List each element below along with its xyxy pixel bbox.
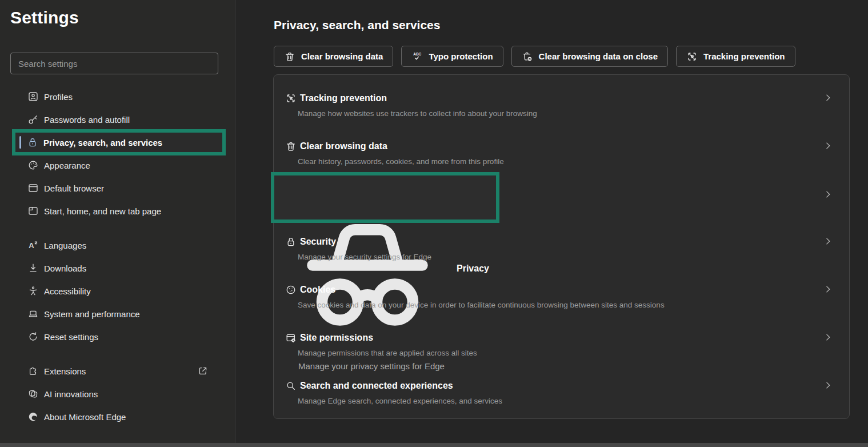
sidebar-item-appearance[interactable]: Appearance: [0, 154, 235, 177]
svg-text:ABC: ABC: [414, 52, 422, 56]
chevron-right-icon: [823, 236, 833, 246]
row-title: Cookies: [300, 285, 335, 295]
puzzle-icon: [27, 365, 39, 377]
settings-row-clear-browsing-data[interactable]: Clear browsing data Clear history, passw…: [285, 141, 833, 166]
key-icon: [27, 114, 39, 125]
chevron-right-icon: [823, 189, 833, 199]
row-description: Save cookies and data on your device in …: [298, 301, 833, 309]
chevron-right-icon: [823, 380, 833, 390]
settings-row-tracking-prevention[interactable]: Tracking prevention Manage how websites …: [285, 93, 833, 118]
sidebar-item-accessibility[interactable]: Accessibility: [0, 280, 235, 302]
profile-card-icon: [27, 91, 39, 102]
sidebar-nav: Profiles Passwords and autofill Privacy,…: [0, 85, 235, 428]
nav-group-divider: [0, 222, 235, 234]
sidebar-item-label: AI innovations: [44, 389, 98, 399]
button-label: Tracking prevention: [703, 51, 785, 61]
settings-row-cookies[interactable]: Cookies Save cookies and data on your de…: [285, 284, 833, 309]
chevron-right-icon: [823, 284, 833, 294]
row-description: Manage your security settings for Edge: [298, 253, 833, 261]
sidebar-item-label: Profiles: [44, 92, 73, 102]
row-description: Manage permissions that are applied acro…: [298, 349, 833, 357]
page-title: Settings: [10, 8, 79, 27]
edge-logo-icon: [27, 411, 39, 422]
chevron-right-icon: [823, 332, 833, 342]
sidebar-item-default-browser[interactable]: Default browser: [0, 177, 235, 199]
sidebar-item-profiles[interactable]: Profiles: [0, 85, 235, 108]
sidebar-item-privacy-search-services[interactable]: Privacy, search, and services: [15, 133, 222, 152]
sidebar-item-extensions[interactable]: Extensions: [0, 360, 235, 382]
settings-row-search-and-connected-experiences[interactable]: Search and connected experiences Manage …: [285, 380, 833, 405]
settings-row-site-permissions[interactable]: Site permissions Manage permissions that…: [285, 332, 833, 357]
sidebar-item-about-microsoft-edge[interactable]: About Microsoft Edge: [0, 405, 235, 428]
tracking-prevention-icon: [285, 93, 297, 104]
row-title: Tracking prevention: [300, 93, 387, 103]
abc-check-icon: ABC: [411, 51, 423, 62]
sidebar-item-passwords-and-autofill[interactable]: Passwords and autofill: [0, 108, 235, 131]
lock-icon: [285, 236, 297, 248]
nav-group-divider: [0, 348, 235, 360]
palette-icon: [27, 159, 39, 171]
row-title: Privacy: [457, 264, 489, 274]
accessibility-icon: [27, 285, 39, 297]
sidebar-item-label: Start, home, and new tab page: [44, 206, 161, 216]
sidebar-item-label: Privacy, search, and services: [43, 138, 162, 147]
incognito-icon: [282, 183, 453, 354]
sidebar-item-label: About Microsoft Edge: [44, 412, 126, 422]
settings-card: Tracking prevention Manage how websites …: [273, 74, 850, 419]
sidebar-item-ai-innovations[interactable]: AI innovations: [0, 382, 235, 405]
trash-close-icon: [522, 51, 533, 62]
sidebar-item-label: Languages: [44, 241, 86, 250]
edge-settings-window: Settings Profiles Passwords and autofill: [0, 0, 868, 447]
button-label: Typo protection: [429, 51, 493, 61]
sidebar-item-label: Accessibility: [44, 286, 91, 296]
sidebar-item-label: System and performance: [44, 309, 140, 319]
row-title: Clear browsing data: [300, 141, 387, 151]
row-description: Manage Edge search, connected experience…: [298, 397, 833, 405]
row-title: Site permissions: [300, 333, 373, 343]
sidebar-item-reset-settings[interactable]: Reset settings: [0, 325, 235, 348]
reset-icon: [27, 331, 39, 342]
highlight-annotation-sidebar: Privacy, search, and services: [12, 129, 226, 155]
external-link-icon: [197, 365, 209, 377]
ai-icon: [27, 388, 39, 400]
section-title: Privacy, search, and services: [274, 18, 440, 32]
row-title: Security: [300, 237, 336, 247]
sidebar: Settings Profiles Passwords and autofill: [0, 0, 235, 447]
row-description: Manage your privacy settings for Edge: [298, 361, 496, 371]
sidebar-item-label: Appearance: [44, 161, 90, 170]
download-icon: [27, 262, 39, 274]
sidebar-item-languages[interactable]: A Languages: [0, 234, 235, 257]
selected-indicator: [19, 136, 21, 149]
translate-icon: A: [27, 240, 39, 251]
sidebar-item-downloads[interactable]: Downloads: [0, 257, 235, 280]
sidebar-item-label: Downloads: [44, 264, 86, 273]
search-settings-input[interactable]: [10, 53, 218, 74]
search-icon: [285, 380, 297, 392]
sidebar-item-start-home-new-tab[interactable]: Start, home, and new tab page: [0, 199, 235, 222]
typo-protection-button[interactable]: ABC Typo protection: [401, 46, 503, 67]
trash-icon: [284, 51, 295, 62]
site-permissions-icon: [285, 332, 297, 344]
button-label: Clear browsing data: [301, 51, 383, 61]
new-tab-icon: [27, 205, 39, 217]
sidebar-item-system-and-performance[interactable]: System and performance: [0, 302, 235, 325]
trash-icon: [285, 141, 297, 152]
cookie-icon: [285, 284, 297, 296]
button-label: Clear browsing data on close: [539, 51, 658, 61]
tracking-prevention-button[interactable]: Tracking prevention: [676, 46, 795, 67]
laptop-icon: [27, 308, 39, 320]
quick-actions-bar: Clear browsing data ABC Typo protection …: [274, 46, 795, 67]
chevron-right-icon: [823, 93, 833, 103]
highlight-annotation-privacy: Privacy Manage your privacy settings for…: [271, 172, 499, 223]
browser-window-icon: [27, 182, 39, 194]
sidebar-item-label: Default browser: [44, 183, 104, 193]
clear-browsing-data-button[interactable]: Clear browsing data: [274, 46, 393, 67]
row-title: Search and connected experiences: [300, 381, 453, 391]
clear-browsing-data-on-close-button[interactable]: Clear browsing data on close: [511, 46, 668, 67]
sidebar-item-label: Reset settings: [44, 332, 98, 342]
settings-row-security[interactable]: Security Manage your security settings f…: [285, 236, 833, 261]
chevron-right-icon: [823, 141, 833, 151]
sidebar-item-label: Passwords and autofill: [44, 115, 130, 125]
tracking-prevention-icon: [686, 51, 698, 62]
row-description: Manage how websites use trackers to coll…: [298, 109, 833, 118]
